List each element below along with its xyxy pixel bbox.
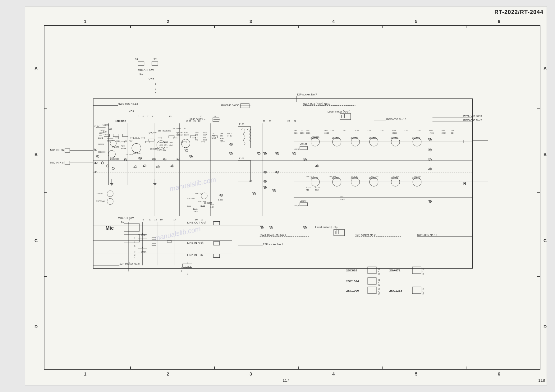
svg-text:2SC2000: 2SC2000 xyxy=(126,154,133,155)
svg-text:390K: 390K xyxy=(306,132,310,134)
svg-text:2: 2 xyxy=(134,241,135,243)
svg-text:2SC828: 2SC828 xyxy=(412,137,420,139)
svg-text:2SC1344: 2SC1344 xyxy=(346,279,359,283)
svg-text:33K: 33K xyxy=(116,140,120,142)
svg-text:22K: 22K xyxy=(451,132,454,134)
svg-text:R50: R50 xyxy=(324,130,328,131)
svg-text:C56: C56 xyxy=(158,130,162,132)
svg-text:2SC1213: 2SC1213 xyxy=(306,176,314,178)
tick-top-3 xyxy=(298,25,299,28)
page-number-118: 118 xyxy=(538,378,545,383)
svg-text:100/25: 100/25 xyxy=(103,124,109,126)
svg-text:2SC828: 2SC828 xyxy=(133,152,140,154)
svg-text:37: 37 xyxy=(269,120,272,122)
svg-text:R58: R58 xyxy=(442,130,445,131)
col-4-top: 4 xyxy=(292,19,375,24)
svg-text:2SC1213: 2SC1213 xyxy=(187,197,195,199)
col-6-top: 6 xyxy=(458,19,540,24)
svg-text:C29: C29 xyxy=(405,130,408,131)
svg-text:410: 410 xyxy=(306,189,310,191)
svg-text:VR5: VR5 xyxy=(149,78,154,81)
svg-text:2: 2 xyxy=(94,161,95,164)
svg-text:18: 18 xyxy=(213,115,216,118)
svg-point-19 xyxy=(95,149,97,151)
svg-text:6: 6 xyxy=(143,115,144,118)
svg-text:S2: S2 xyxy=(121,220,124,223)
svg-point-80 xyxy=(181,139,190,148)
svg-text:R113: R113 xyxy=(306,187,311,188)
col-1-top: 1 xyxy=(44,19,126,24)
svg-text:2SC1213: 2SC1213 xyxy=(389,289,402,292)
svg-text:Lc13,Sw4: Lc13,Sw4 xyxy=(133,137,142,139)
row-d-left: D xyxy=(34,284,38,370)
svg-text:VR1: VR1 xyxy=(129,109,134,112)
svg-rect-268 xyxy=(368,267,376,274)
svg-text:22: 22 xyxy=(198,120,200,122)
svg-text:R85: R85 xyxy=(220,133,223,135)
svg-text:S1: S1 xyxy=(135,58,138,61)
svg-text:Rsp3,39K: Rsp3,39K xyxy=(163,130,171,132)
svg-text:17: 17 xyxy=(200,218,203,221)
svg-text:C79: C79 xyxy=(184,132,188,134)
svg-rect-2 xyxy=(152,62,158,65)
svg-text:13: 13 xyxy=(169,115,172,118)
svg-text:C26: C26 xyxy=(355,130,359,131)
svg-text:VR101: VR101 xyxy=(300,143,308,145)
svg-rect-304 xyxy=(173,137,177,139)
svg-rect-297 xyxy=(115,137,118,139)
page-number-117: 117 xyxy=(282,378,289,383)
svg-rect-183 xyxy=(213,221,220,225)
svg-rect-307 xyxy=(201,141,205,143)
svg-text:3,9K: 3,9K xyxy=(210,206,214,208)
svg-rect-171 xyxy=(169,136,174,138)
svg-text:20: 20 xyxy=(189,120,191,122)
svg-text:24: 24 xyxy=(294,120,296,122)
svg-rect-223 xyxy=(124,234,140,242)
col-5-bot: 5 xyxy=(375,371,457,376)
svg-text:2SC1000: 2SC1000 xyxy=(346,289,359,292)
svg-text:R84: R84 xyxy=(220,140,223,142)
svg-text:Rm4: Rm4 xyxy=(220,137,224,139)
row-a-left: A xyxy=(34,25,38,111)
svg-text:21: 21 xyxy=(193,120,196,122)
svg-text:1: 1 xyxy=(187,273,188,275)
svg-text:Rv15: Rv15 xyxy=(200,205,205,207)
svg-rect-185 xyxy=(213,242,220,245)
svg-text:C67: C67 xyxy=(203,134,207,136)
svg-rect-1 xyxy=(138,62,144,65)
svg-text:12P socket No.8: 12P socket No.8 xyxy=(119,262,140,265)
svg-text:1: 1 xyxy=(94,148,95,151)
svg-text:RWX-094 (R ch) No.1: RWX-094 (R ch) No.1 xyxy=(303,102,330,105)
svg-text:E: E xyxy=(423,273,424,275)
svg-text:12P socket No.1: 12P socket No.1 xyxy=(263,243,283,246)
svg-text:C30: C30 xyxy=(417,130,421,131)
col-3-top: 3 xyxy=(209,19,292,24)
svg-text:2SC828: 2SC828 xyxy=(351,176,358,178)
svg-text:C27: C27 xyxy=(368,130,371,131)
svg-text:1: 1 xyxy=(155,82,156,85)
svg-text:14: 14 xyxy=(173,218,176,221)
svg-text:R78: R78 xyxy=(164,142,168,144)
tick-top-2 xyxy=(214,25,215,28)
svg-text:22/35: 22/35 xyxy=(324,132,329,134)
svg-rect-17 xyxy=(65,149,70,152)
svg-text:100/25: 100/25 xyxy=(98,138,103,140)
svg-rect-241 xyxy=(167,241,172,242)
svg-text:15w4: 15w4 xyxy=(169,142,173,144)
svg-text:2SC828: 2SC828 xyxy=(329,176,336,178)
svg-text:19: 19 xyxy=(186,120,188,122)
svg-text:RWX-094 (L ch) No.1: RWX-094 (L ch) No.1 xyxy=(260,233,286,237)
svg-rect-273 xyxy=(412,267,421,274)
svg-text:2: 2 xyxy=(155,87,156,90)
svg-rect-222 xyxy=(124,224,140,231)
col-markers-bottom: 1 2 3 4 5 6 xyxy=(44,371,540,376)
tick-bot-5 xyxy=(466,367,466,370)
svg-text:R: R xyxy=(463,181,466,186)
col-3-bot: 3 xyxy=(209,371,292,376)
svg-text:4.8.2K: 4.8.2K xyxy=(121,147,126,149)
tick-left-b xyxy=(44,192,47,193)
svg-rect-22 xyxy=(65,161,70,165)
svg-text:5: 5 xyxy=(138,115,140,118)
svg-text:RWS-035 No.10: RWS-035 No.10 xyxy=(417,233,437,237)
svg-text:2SC828: 2SC828 xyxy=(392,176,399,178)
